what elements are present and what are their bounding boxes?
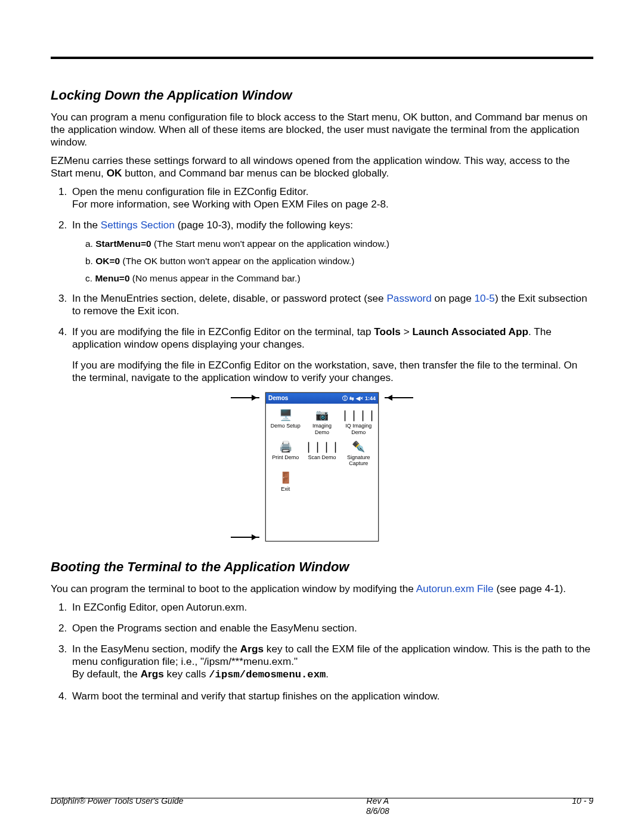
text-bold: Launch Associated App [413, 326, 529, 337]
app-label: IQ Imaging Demo [342, 423, 376, 435]
text: (The OK button won't appear on the appli… [120, 256, 354, 266]
device-screenshot: Demos ⓘ ⇆ ◀× 1:44 🖥️Demo Setup📷Imaging D… [265, 392, 379, 541]
body-paragraph: You can program a menu configuration fil… [51, 111, 593, 148]
app-icon: ❘❘❘❘ [351, 408, 366, 422]
text: button, and Command bar menus can be blo… [122, 167, 389, 179]
page-footer: Dolphin® Power Tools User's Guide Rev A … [51, 796, 593, 816]
link-text[interactable]: Autorun.exm File [416, 583, 494, 594]
text: For more information, see Working with O… [72, 198, 389, 210]
text-bold: Args [141, 668, 164, 680]
arrow-icon [231, 397, 259, 398]
app-icon: 📷 [314, 408, 330, 422]
app-icon: ✒️ [351, 440, 366, 453]
list-item: c. Menu=0 (No menus appear in the Comman… [85, 273, 593, 284]
text: Open the menu configuration file in EZCo… [72, 185, 309, 197]
text: c. [85, 273, 95, 283]
app-label: Signature Capture [342, 454, 376, 467]
footer-center: Rev A 8/6/08 [366, 796, 389, 816]
device-title: Demos [268, 395, 288, 402]
app-icon: 🚪 [278, 472, 293, 485]
link-text[interactable]: 10-5 [475, 292, 495, 304]
body-paragraph: If you are modifying the file in EZConfi… [72, 359, 593, 384]
footer-page-number: 10 - 9 [572, 796, 593, 816]
clock-text: 1:44 [365, 395, 376, 402]
text: b. [85, 256, 95, 266]
body-paragraph: You can program the terminal to boot to … [51, 583, 593, 595]
text: (No menus appear in the Command bar.) [130, 273, 301, 283]
ordered-list: Open the menu configuration file in EZCo… [51, 185, 593, 385]
list-item: In the Settings Section (page 10-3), mod… [70, 219, 593, 284]
code-text: /ipsm/demosmenu.exm [209, 669, 326, 680]
text: If you are modifying the file in EZConfi… [72, 326, 374, 337]
app-item[interactable]: 📷Imaging Demo [305, 408, 339, 435]
app-label: Exit [281, 486, 290, 492]
device-titlebar: Demos ⓘ ⇆ ◀× 1:44 [266, 393, 378, 404]
text: You can program the terminal to boot to … [51, 583, 416, 594]
text: By default, the [72, 668, 141, 680]
body-paragraph: EZMenu carries these settings forward to… [51, 154, 593, 179]
text: > [401, 326, 413, 337]
footer-left: Dolphin® Power Tools User's Guide [51, 796, 184, 816]
app-icon: 🖨️ [278, 440, 293, 453]
list-item: In the MenuEntries section, delete, disa… [70, 292, 593, 317]
text: (The Start menu won't appear on the appl… [151, 239, 389, 249]
text: (see page 4-1). [494, 583, 566, 594]
section-heading: Locking Down the Application Window [51, 88, 593, 104]
footer-date: 8/6/08 [366, 806, 389, 816]
app-grid: 🖥️Demo Setup📷Imaging Demo❘❘❘❘IQ Imaging … [266, 404, 378, 492]
app-icon: ❘❘❘❘ [314, 440, 330, 453]
text-bold: Args [240, 643, 264, 655]
text: key calls [164, 668, 209, 680]
app-item[interactable]: ✒️Signature Capture [342, 440, 376, 467]
arrow-icon [385, 397, 413, 398]
text-bold: OK [107, 167, 122, 179]
list-item: b. OK=0 (The OK button won't appear on t… [85, 256, 593, 267]
link-text[interactable]: Settings Section [101, 219, 175, 231]
titlebar-icons: ⓘ ⇆ ◀× 1:44 [342, 395, 376, 402]
text: In the MenuEntries section, delete, disa… [72, 292, 386, 304]
text-bold: OK=0 [95, 256, 120, 266]
app-item[interactable]: ❘❘❘❘Scan Demo [305, 440, 339, 467]
app-item[interactable]: 🚪Exit [268, 472, 302, 492]
signal-icon: ⓘ [342, 395, 348, 402]
app-item[interactable]: ❘❘❘❘IQ Imaging Demo [342, 408, 376, 435]
text-bold: StartMenu=0 [95, 239, 151, 249]
list-item: Open the Programs section and enable the… [70, 622, 593, 634]
text: (page 10-3), modify the following keys: [175, 219, 353, 231]
text: In the EasyMenu section, modify the [72, 643, 240, 655]
text-bold: Menu=0 [95, 273, 129, 283]
app-label: Imaging Demo [305, 423, 339, 435]
text: In the [72, 219, 101, 231]
text: a. [85, 239, 95, 249]
sync-icon: ⇆ [349, 395, 354, 402]
app-label: Demo Setup [271, 423, 301, 429]
list-item: Open the menu configuration file in EZCo… [70, 185, 593, 210]
list-item: a. StartMenu=0 (The Start menu won't app… [85, 239, 593, 250]
list-item: Warm boot the terminal and verify that s… [70, 690, 593, 702]
app-item[interactable]: 🖨️Print Demo [268, 440, 302, 467]
text-bold: Tools [374, 326, 401, 337]
app-label: Scan Demo [308, 454, 336, 460]
section-heading: Booting the Terminal to the Application … [51, 559, 593, 575]
app-item[interactable]: 🖥️Demo Setup [268, 408, 302, 435]
document-page: Locking Down the Application Window You … [0, 0, 644, 833]
figure: Demos ⓘ ⇆ ◀× 1:44 🖥️Demo Setup📷Imaging D… [51, 392, 593, 541]
app-label: Print Demo [272, 454, 299, 460]
text: on page [432, 292, 475, 304]
list-item: In the EasyMenu section, modify the Args… [70, 643, 593, 682]
ordered-list: In EZConfig Editor, open Autorun.exm. Op… [51, 601, 593, 702]
link-text[interactable]: Password [386, 292, 431, 304]
app-icon: 🖥️ [278, 408, 293, 422]
sub-list: a. StartMenu=0 (The Start menu won't app… [85, 239, 593, 284]
arrow-icon [231, 537, 259, 538]
top-rule [51, 57, 593, 59]
list-item: If you are modifying the file in EZConfi… [70, 326, 593, 384]
footer-rev: Rev A [367, 796, 389, 806]
list-item: In EZConfig Editor, open Autorun.exm. [70, 601, 593, 614]
text: . [326, 668, 329, 680]
speaker-icon: ◀× [356, 395, 363, 402]
